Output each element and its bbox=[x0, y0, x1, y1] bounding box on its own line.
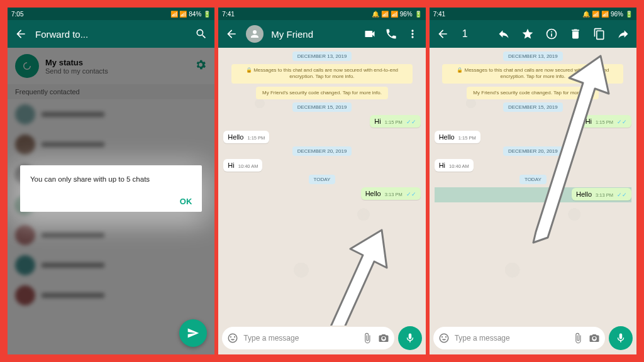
message-outgoing[interactable]: Hi 1:15 PM ✓✓ bbox=[370, 115, 420, 128]
screen-forward: 7:05 📶 📶 84% 🔋 Forward to... My status S… bbox=[8, 8, 214, 354]
voice-call-icon[interactable] bbox=[384, 27, 398, 41]
mic-button[interactable] bbox=[609, 326, 633, 350]
date-chip: DECEMBER 15, 2019 bbox=[292, 102, 352, 112]
info-icon[interactable] bbox=[545, 27, 558, 41]
message-text: Hello bbox=[439, 133, 455, 141]
back-icon[interactable] bbox=[436, 27, 450, 41]
chat-body: DECEMBER 13, 2019 🔒 Messages to this cha… bbox=[430, 48, 636, 326]
status-icons: 📶 📶 bbox=[170, 11, 187, 18]
battery-pct: 96% bbox=[400, 11, 413, 18]
battery-icon: 🔋 bbox=[414, 11, 422, 18]
status-time: 7:05 bbox=[11, 11, 23, 18]
date-chip: DECEMBER 20, 2019 bbox=[503, 146, 563, 156]
message-time: 3:13 PM bbox=[385, 192, 402, 197]
ok-button[interactable]: OK bbox=[180, 197, 192, 206]
message-outgoing-selected[interactable]: Hello 3:13 PM ✓✓ bbox=[572, 188, 631, 200]
battery-pct: 96% bbox=[611, 11, 623, 18]
message-text: Hello bbox=[228, 133, 243, 141]
chat-body: DECEMBER 13, 2019 🔒 Messages to this cha… bbox=[218, 48, 425, 326]
annotation-arrow bbox=[287, 224, 401, 326]
emoji-icon[interactable] bbox=[227, 332, 238, 344]
message-outgoing[interactable]: Hi 1:15 PM ✓✓ bbox=[581, 115, 631, 128]
battery-pct: 84% bbox=[189, 11, 201, 18]
date-chip: DECEMBER 15, 2019 bbox=[503, 102, 563, 112]
battery-icon: 🔋 bbox=[625, 11, 633, 18]
app-bar: Forward to... bbox=[8, 20, 214, 48]
encryption-banner[interactable]: 🔒 Messages to this chat and calls are no… bbox=[231, 64, 413, 84]
send-fab[interactable] bbox=[179, 319, 207, 347]
message-text: Hi bbox=[439, 162, 445, 169]
copy-icon[interactable] bbox=[592, 27, 606, 41]
date-chip: TODAY bbox=[309, 175, 336, 184]
message-time: 1:15 PM bbox=[596, 119, 613, 125]
message-text: Hello bbox=[365, 190, 381, 197]
input-placeholder: Type a message bbox=[455, 334, 567, 343]
video-call-icon[interactable] bbox=[363, 27, 377, 41]
search-icon[interactable] bbox=[194, 27, 208, 41]
menu-icon[interactable] bbox=[406, 27, 419, 41]
page-title: Forward to... bbox=[35, 29, 187, 40]
attach-icon[interactable] bbox=[572, 332, 584, 344]
avatar[interactable] bbox=[246, 25, 264, 43]
status-bar: 7:05 📶 📶 84% 🔋 bbox=[8, 8, 214, 20]
forward-icon[interactable] bbox=[616, 27, 630, 41]
message-text: Hi bbox=[374, 118, 380, 125]
date-chip: DECEMBER 13, 2019 bbox=[292, 52, 352, 61]
reply-icon[interactable] bbox=[497, 27, 511, 41]
message-input[interactable]: Type a message bbox=[433, 327, 605, 349]
screen-chat-selection: 7:41 🔔 📶 📶 96% 🔋 1 DECEM bbox=[430, 8, 636, 354]
message-time: 10:40 AM bbox=[238, 163, 258, 169]
message-time: 1:15 PM bbox=[385, 119, 402, 125]
date-chip: DECEMBER 13, 2019 bbox=[503, 52, 563, 61]
alert-dialog: You can only share with up to 5 chats OK bbox=[20, 165, 202, 212]
status-bar: 7:41 🔔 📶 📶 96% 🔋 bbox=[430, 8, 636, 20]
message-text: Hi bbox=[228, 162, 234, 169]
read-ticks-icon: ✓✓ bbox=[406, 191, 416, 197]
battery-icon: 🔋 bbox=[203, 11, 211, 18]
date-chip: TODAY bbox=[519, 175, 547, 184]
screen-chat: 7:41 🔔 📶 📶 96% 🔋 My Friend DECEMBER 13, … bbox=[218, 8, 425, 354]
back-icon[interactable] bbox=[225, 27, 238, 41]
status-icons: 🔔 📶 📶 bbox=[372, 11, 398, 18]
read-ticks-icon: ✓✓ bbox=[617, 192, 627, 198]
message-time: 1:15 PM bbox=[458, 135, 476, 141]
input-bar: Type a message bbox=[430, 326, 636, 354]
message-input[interactable]: Type a message bbox=[222, 327, 394, 349]
date-chip: DECEMBER 20, 2019 bbox=[292, 146, 352, 156]
status-time: 7:41 bbox=[433, 11, 445, 18]
back-icon[interactable] bbox=[14, 27, 28, 41]
message-time: 3:13 PM bbox=[596, 192, 613, 198]
read-ticks-icon: ✓✓ bbox=[406, 119, 416, 125]
message-incoming[interactable]: Hello 1:15 PM bbox=[223, 131, 269, 143]
message-incoming[interactable]: Hi 10:40 AM bbox=[223, 159, 262, 172]
security-code-banner[interactable]: My Friend's security code changed. Tap f… bbox=[467, 87, 599, 99]
input-bar: Type a message bbox=[218, 326, 425, 354]
encryption-banner[interactable]: 🔒 Messages to this chat and calls are no… bbox=[442, 64, 623, 84]
message-incoming[interactable]: Hello 1:15 PM bbox=[435, 131, 480, 143]
read-ticks-icon: ✓✓ bbox=[617, 119, 627, 125]
attach-icon[interactable] bbox=[362, 332, 373, 344]
selection-count: 1 bbox=[462, 28, 468, 40]
message-time: 10:40 AM bbox=[449, 163, 469, 169]
camera-icon[interactable] bbox=[589, 332, 600, 344]
emoji-icon[interactable] bbox=[438, 332, 450, 344]
input-placeholder: Type a message bbox=[243, 334, 356, 343]
status-icons: 🔔 📶 📶 bbox=[582, 11, 609, 18]
mic-button[interactable] bbox=[398, 326, 422, 350]
message-text: Hello bbox=[576, 190, 592, 198]
dialog-message: You can only share with up to 5 chats bbox=[30, 175, 192, 183]
app-bar: My Friend bbox=[218, 20, 425, 48]
delete-icon[interactable] bbox=[569, 27, 582, 41]
contact-name[interactable]: My Friend bbox=[271, 29, 355, 40]
message-time: 1:15 PM bbox=[247, 135, 265, 141]
selection-action-bar: 1 bbox=[430, 20, 636, 48]
message-incoming[interactable]: Hi 10:40 AM bbox=[435, 159, 474, 172]
message-outgoing[interactable]: Hello 3:13 PM ✓✓ bbox=[361, 187, 421, 200]
security-code-banner[interactable]: My Friend's security code changed. Tap f… bbox=[256, 87, 388, 99]
camera-icon[interactable] bbox=[378, 332, 389, 344]
message-text: Hi bbox=[586, 118, 592, 125]
status-bar: 7:41 🔔 📶 📶 96% 🔋 bbox=[218, 8, 425, 20]
status-time: 7:41 bbox=[222, 11, 234, 18]
star-icon[interactable] bbox=[521, 27, 535, 41]
